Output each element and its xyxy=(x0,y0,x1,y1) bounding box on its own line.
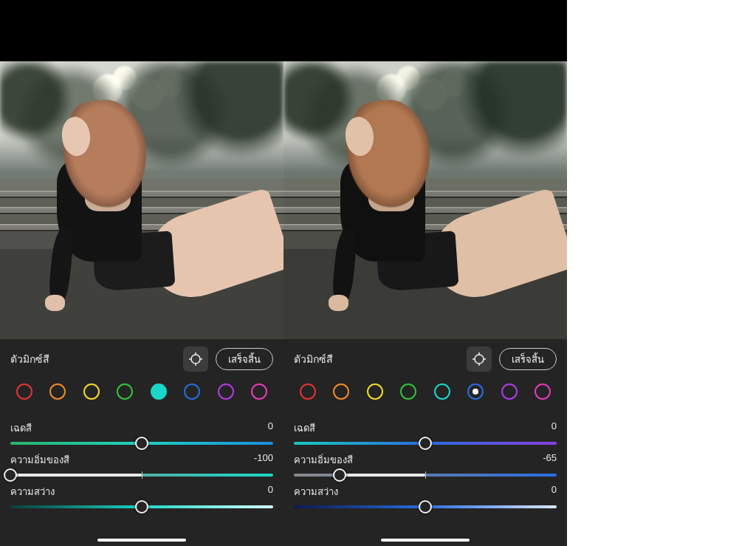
saturation-value: -100 xyxy=(254,452,273,468)
hue-slider[interactable] xyxy=(10,442,273,445)
target-icon xyxy=(472,352,487,366)
luminance-value: 0 xyxy=(268,484,273,499)
saturation-label: ความอิ่มของสี xyxy=(10,452,69,468)
hue-value: 0 xyxy=(268,420,273,436)
color-swatch-yellow[interactable] xyxy=(367,383,383,400)
color-swatch-aqua[interactable] xyxy=(434,383,450,400)
color-swatch-red[interactable] xyxy=(16,383,32,400)
hue-label: เฉดสี xyxy=(294,420,315,436)
done-button-label: เสร็จสิ้น xyxy=(512,352,544,367)
color-swatch-red[interactable] xyxy=(300,383,316,400)
color-mix-controls-left: ตัวมิกซ์สี เสร็จสิ้น เฉดสี xyxy=(0,339,284,546)
svg-point-5 xyxy=(475,355,484,364)
color-swatch-purple[interactable] xyxy=(218,383,234,400)
hue-slider-row: เฉดสี 0 xyxy=(10,420,273,445)
saturation-slider[interactable] xyxy=(294,474,557,477)
hue-label: เฉดสี xyxy=(10,420,32,436)
panel-left: ตัวมิกซ์สี เสร็จสิ้น เฉดสี xyxy=(0,61,284,546)
saturation-slider-row: ความอิ่มของสี -65 xyxy=(294,452,557,477)
hue-slider-row: เฉดสี 0 xyxy=(294,420,557,445)
hue-value: 0 xyxy=(551,420,557,436)
color-swatch-blue[interactable] xyxy=(184,383,200,400)
app-stage: ตัวมิกซ์สี เสร็จสิ้น เฉดสี xyxy=(0,0,567,546)
luminance-label: ความสว่าง xyxy=(294,484,338,499)
color-swatch-yellow[interactable] xyxy=(83,383,100,400)
luminance-slider-row: ความสว่าง 0 xyxy=(10,484,273,508)
saturation-slider-row: ความอิ่มของสี -100 xyxy=(10,452,273,477)
done-button[interactable]: เสร็จสิ้น xyxy=(499,348,557,370)
color-swatch-row-right xyxy=(294,379,557,413)
done-button-label: เสร็จสิ้น xyxy=(228,352,261,367)
photo-preview-left[interactable] xyxy=(0,61,284,339)
side-by-side-panels: ตัวมิกซ์สี เสร็จสิ้น เฉดสี xyxy=(0,61,567,546)
color-swatch-aqua[interactable] xyxy=(151,383,167,400)
color-mix-controls-right: ตัวมิกซ์สี เสร็จสิ้น เฉดสี xyxy=(284,339,567,546)
targeted-adjustment-button[interactable] xyxy=(183,347,208,372)
color-swatch-green[interactable] xyxy=(117,383,133,400)
luminance-label: ความสว่าง xyxy=(10,484,55,499)
done-button[interactable]: เสร็จสิ้น xyxy=(216,348,273,370)
color-swatch-magenta[interactable] xyxy=(535,383,551,400)
targeted-adjustment-button[interactable] xyxy=(467,347,492,372)
color-swatch-row-left xyxy=(10,379,273,413)
panel-title: ตัวมิกซ์สี xyxy=(294,351,333,367)
home-indicator[interactable] xyxy=(97,539,186,542)
color-swatch-magenta[interactable] xyxy=(251,383,267,400)
color-swatch-purple[interactable] xyxy=(501,383,518,400)
saturation-label: ความอิ่มของสี xyxy=(294,452,353,468)
saturation-slider[interactable] xyxy=(10,474,273,477)
luminance-slider[interactable] xyxy=(294,505,557,508)
hue-slider[interactable] xyxy=(294,442,557,445)
color-swatch-green[interactable] xyxy=(400,383,416,400)
svg-point-0 xyxy=(191,355,200,364)
color-swatch-orange[interactable] xyxy=(49,383,66,400)
top-black-bar xyxy=(0,0,567,61)
home-indicator[interactable] xyxy=(381,539,470,542)
photo-preview-right[interactable] xyxy=(284,61,567,339)
panel-right: ตัวมิกซ์สี เสร็จสิ้น เฉดสี xyxy=(284,61,567,546)
panel-title: ตัวมิกซ์สี xyxy=(10,351,49,367)
luminance-value: 0 xyxy=(551,484,557,499)
color-swatch-blue[interactable] xyxy=(467,383,484,400)
luminance-slider-row: ความสว่าง 0 xyxy=(294,484,557,508)
luminance-slider[interactable] xyxy=(10,505,273,508)
color-swatch-orange[interactable] xyxy=(333,383,349,400)
target-icon xyxy=(188,352,203,366)
saturation-value: -65 xyxy=(543,452,557,468)
